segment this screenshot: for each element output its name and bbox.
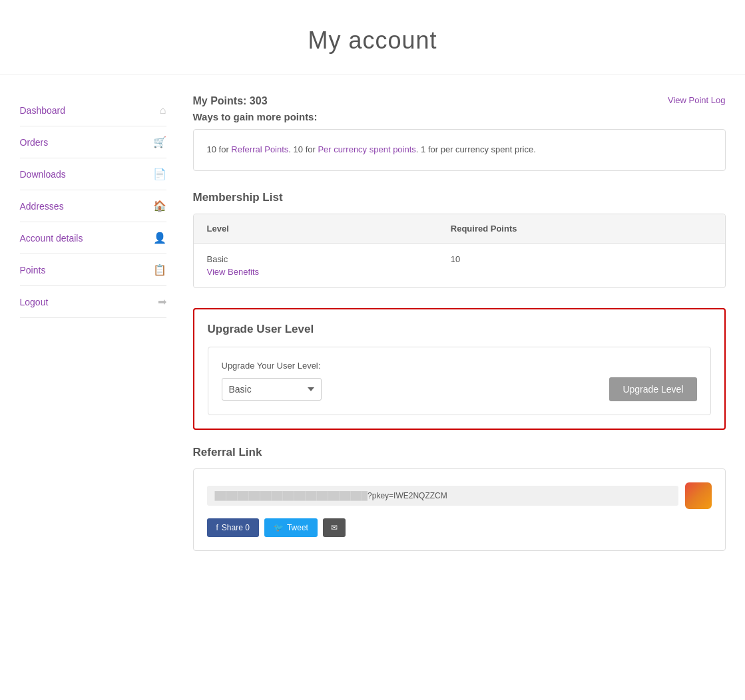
social-buttons: f Share 0 🐦 Tweet ✉: [207, 518, 712, 537]
dashboard-icon: ⌂: [160, 104, 166, 116]
orders-icon: 🛒: [153, 136, 166, 148]
membership-title: Membership List: [193, 191, 726, 204]
col-required-points: Required Points: [437, 214, 725, 244]
my-points-label: My Points: 303: [193, 95, 318, 107]
points-header: My Points: 303 Ways to gain more points:…: [193, 95, 726, 122]
view-benefits-link[interactable]: View Benefits: [207, 267, 424, 277]
points-section: My Points: 303 Ways to gain more points:…: [193, 95, 726, 171]
referral-title: Referral Link: [193, 446, 726, 459]
required-points-cell: 10: [437, 243, 725, 287]
referral-box: ███████████████████████████?pkey=IWE2NQZ…: [193, 468, 726, 551]
points-info-text: 10 for Referral Points. 10 for Per curre…: [207, 144, 536, 154]
page-header: My account: [0, 0, 745, 75]
account-details-icon: 👤: [153, 232, 166, 244]
view-point-log-link[interactable]: View Point Log: [668, 95, 726, 105]
sidebar-label-points: Points: [20, 265, 46, 275]
ways-label: Ways to gain more points:: [193, 111, 318, 122]
addresses-icon: 🏠: [153, 200, 166, 212]
sidebar-item-logout[interactable]: Logout ➡: [20, 286, 166, 318]
sidebar-item-downloads[interactable]: Downloads 📄: [20, 158, 166, 190]
upgrade-controls: Basic Upgrade Level: [222, 377, 697, 401]
page-title: My account: [13, 27, 732, 55]
sidebar-label-account-details: Account details: [20, 233, 83, 244]
points-icon: 📋: [153, 263, 166, 276]
main-content: My Points: 303 Ways to gain more points:…: [193, 95, 726, 567]
fb-label: Share 0: [222, 523, 250, 532]
level-name: Basic: [207, 254, 228, 264]
fb-icon: f: [216, 523, 218, 532]
referral-points-link[interactable]: Referral Points: [231, 144, 288, 154]
sidebar-item-dashboard[interactable]: Dashboard ⌂: [20, 95, 166, 126]
sidebar: Dashboard ⌂ Orders 🛒 Downloads 📄 Address…: [20, 95, 166, 567]
points-info: My Points: 303 Ways to gain more points:: [193, 95, 318, 122]
upgrade-inner: Upgrade Your User Level: Basic Upgrade L…: [208, 347, 711, 415]
sidebar-item-orders[interactable]: Orders 🛒: [20, 126, 166, 158]
upgrade-section: Upgrade User Level Upgrade Your User Lev…: [193, 308, 726, 430]
email-icon: ✉: [331, 523, 338, 532]
referral-link-row: ███████████████████████████?pkey=IWE2NQZ…: [207, 482, 712, 509]
sidebar-item-points[interactable]: Points 📋: [20, 254, 166, 286]
downloads-icon: 📄: [153, 168, 166, 180]
sidebar-label-dashboard: Dashboard: [20, 105, 66, 116]
membership-section: Membership List Level Required Points Ba…: [193, 191, 726, 288]
points-info-box: 10 for Referral Points. 10 for Per curre…: [193, 129, 726, 171]
upgrade-select[interactable]: Basic: [222, 378, 322, 401]
sidebar-label-logout: Logout: [20, 297, 49, 307]
sidebar-item-addresses[interactable]: Addresses 🏠: [20, 190, 166, 222]
referral-section: Referral Link ██████████████████████████…: [193, 446, 726, 551]
referral-bookmark-icon: [685, 482, 712, 509]
sidebar-label-addresses: Addresses: [20, 201, 64, 212]
email-share-button[interactable]: ✉: [323, 518, 346, 537]
sidebar-label-downloads: Downloads: [20, 169, 66, 180]
twitter-label: Tweet: [287, 523, 308, 532]
referral-url-display: ███████████████████████████?pkey=IWE2NQZ…: [207, 486, 678, 506]
twitter-tweet-button[interactable]: 🐦 Tweet: [264, 518, 318, 537]
per-currency-spent-link[interactable]: Per currency spent points: [318, 144, 415, 154]
upgrade-section-title: Upgrade User Level: [208, 323, 711, 336]
upgrade-label: Upgrade Your User Level:: [222, 361, 697, 371]
referral-url-key: ?pkey=IWE2NQZZCM: [368, 491, 447, 500]
membership-table: Level Required Points Basic View Benefit…: [194, 214, 725, 287]
referral-url-blurred: ███████████████████████████: [215, 491, 368, 500]
sidebar-label-orders: Orders: [20, 137, 49, 148]
sidebar-item-account-details[interactable]: Account details 👤: [20, 222, 166, 254]
level-cell: Basic View Benefits: [194, 243, 437, 287]
col-level: Level: [194, 214, 437, 244]
facebook-share-button[interactable]: f Share 0: [207, 518, 259, 537]
upgrade-level-button[interactable]: Upgrade Level: [609, 377, 696, 401]
twitter-icon: 🐦: [274, 523, 284, 532]
membership-table-body: Basic View Benefits 10: [194, 243, 725, 287]
table-row: Basic View Benefits 10: [194, 243, 725, 287]
logout-icon: ➡: [158, 295, 166, 308]
membership-table-wrapper: Level Required Points Basic View Benefit…: [193, 214, 726, 288]
membership-table-header-row: Level Required Points: [194, 214, 725, 244]
membership-table-head: Level Required Points: [194, 214, 725, 244]
